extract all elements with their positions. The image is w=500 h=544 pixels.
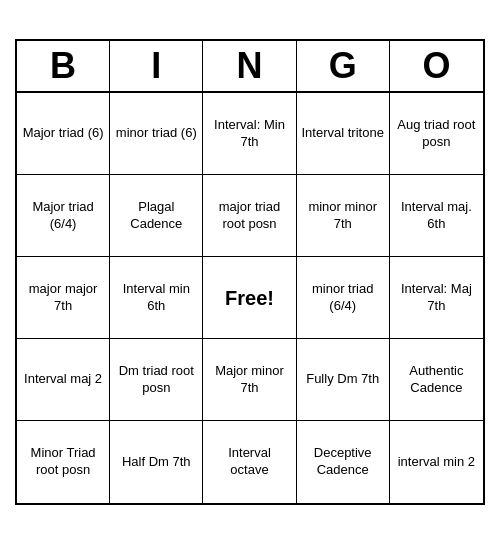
bingo-cell-17[interactable]: Major minor 7th [203,339,296,421]
bingo-cell-13[interactable]: minor triad (6/4) [297,257,390,339]
bingo-cell-8[interactable]: minor minor 7th [297,175,390,257]
bingo-cell-14[interactable]: Interval: Maj 7th [390,257,483,339]
bingo-cell-16[interactable]: Dm triad root posn [110,339,203,421]
bingo-cell-21[interactable]: Half Dm 7th [110,421,203,503]
bingo-cell-24[interactable]: interval min 2 [390,421,483,503]
bingo-cell-5[interactable]: Major triad (6/4) [17,175,110,257]
bingo-cell-0[interactable]: Major triad (6) [17,93,110,175]
bingo-cell-1[interactable]: minor triad (6) [110,93,203,175]
bingo-cell-4[interactable]: Aug triad root posn [390,93,483,175]
bingo-cell-20[interactable]: Minor Triad root posn [17,421,110,503]
header-g: G [297,41,390,91]
bingo-cell-11[interactable]: Interval min 6th [110,257,203,339]
header-n: N [203,41,296,91]
bingo-cell-2[interactable]: Interval: Min 7th [203,93,296,175]
bingo-cell-22[interactable]: Interval octave [203,421,296,503]
bingo-card: B I N G O Major triad (6)minor triad (6)… [15,39,485,505]
header-i: I [110,41,203,91]
bingo-header: B I N G O [17,41,483,93]
bingo-cell-18[interactable]: Fully Dm 7th [297,339,390,421]
bingo-cell-7[interactable]: major triad root posn [203,175,296,257]
bingo-grid: Major triad (6)minor triad (6)Interval: … [17,93,483,503]
bingo-cell-15[interactable]: Interval maj 2 [17,339,110,421]
bingo-cell-19[interactable]: Authentic Cadence [390,339,483,421]
bingo-cell-3[interactable]: Interval tritone [297,93,390,175]
bingo-cell-23[interactable]: Deceptive Cadence [297,421,390,503]
bingo-cell-6[interactable]: Plagal Cadence [110,175,203,257]
header-b: B [17,41,110,91]
bingo-cell-10[interactable]: major major 7th [17,257,110,339]
bingo-cell-9[interactable]: Interval maj. 6th [390,175,483,257]
header-o: O [390,41,483,91]
bingo-cell-12[interactable]: Free! [203,257,296,339]
